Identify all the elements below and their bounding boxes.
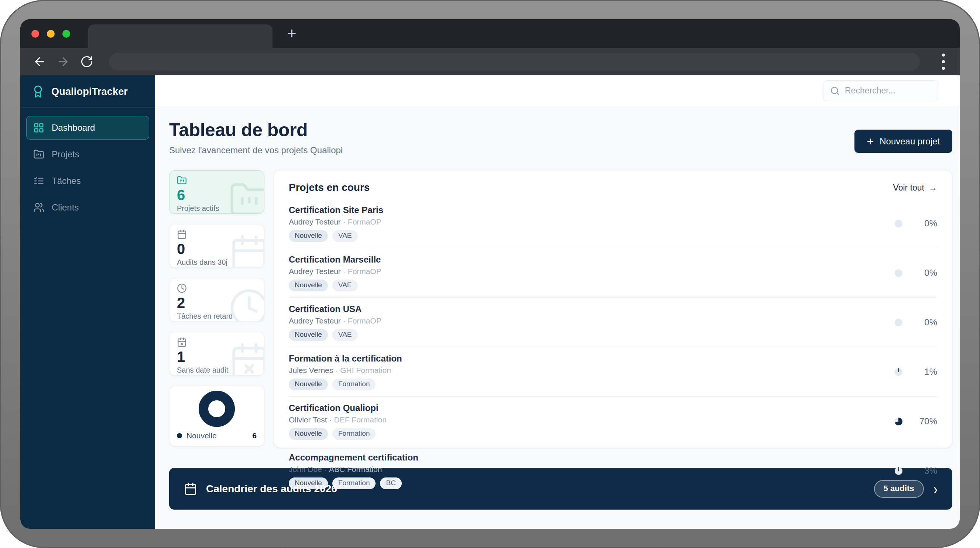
project-badges: NouvelleFormation xyxy=(289,428,387,440)
stat-card-projets-actifs[interactable]: 6 Projets actifs xyxy=(169,170,264,214)
progress-percent: 1% xyxy=(912,367,937,377)
app-page: QualiopiTracker Dashboard Projets Tâches xyxy=(20,75,960,529)
status-badge: Nouvelle xyxy=(289,428,328,440)
sidebar-item-projets[interactable]: Projets xyxy=(26,143,149,166)
reload-icon[interactable] xyxy=(80,55,94,68)
banner-right: 5 audits › xyxy=(874,480,937,498)
new-project-label: Nouveau projet xyxy=(880,136,940,147)
banner-title: Calendrier des audits 2026 xyxy=(206,483,337,495)
minimize-window-button[interactable] xyxy=(47,30,55,38)
legend-value: 6 xyxy=(252,431,257,440)
progress-percent: 70% xyxy=(912,416,937,427)
calendar-x-icon xyxy=(177,337,187,347)
project-title: Accompagnement certification xyxy=(289,452,418,463)
search-icon xyxy=(830,86,840,96)
project-owner-line: John Doe·ABC Formation xyxy=(289,465,418,474)
progress-percent: 0% xyxy=(912,317,937,328)
progress-pie xyxy=(895,368,902,376)
status-donut-card: Nouvelle 6 xyxy=(169,386,264,446)
stat-card-sans-date[interactable]: 1 Sans date audit xyxy=(169,332,264,376)
stat-card-taches-retard[interactable]: 2 Tâches en retard xyxy=(169,278,264,322)
new-project-button[interactable]: + Nouveau projet xyxy=(854,130,952,153)
url-bar[interactable] xyxy=(109,53,920,70)
progress-pie xyxy=(895,417,902,425)
browser-menu-icon[interactable] xyxy=(940,51,947,72)
search-box xyxy=(823,81,938,101)
project-row[interactable]: Certification Qualiopi Olivier Test·DEF … xyxy=(289,396,937,446)
type-badge: VAE xyxy=(332,280,358,292)
dashboard-grid-icon xyxy=(33,122,44,133)
folder-icon xyxy=(33,149,44,160)
sidebar-item-label: Clients xyxy=(52,202,79,213)
device-bezel: + QualiopiTracker Dashboard Projets xyxy=(0,0,980,548)
content: Tableau de bord Suivez l'avancement de v… xyxy=(155,106,960,529)
sidebar-item-label: Projets xyxy=(52,149,80,159)
sidebar: QualiopiTracker Dashboard Projets Tâches xyxy=(20,75,155,529)
project-owner-line: Audrey Testeur·FormaOP xyxy=(289,317,382,325)
view-all-label: Voir tout xyxy=(893,183,924,193)
sidebar-item-label: Dashboard xyxy=(52,123,95,133)
project-badges: NouvelleVAE xyxy=(289,230,383,242)
projects-panel: Projets en cours Voir tout → Certificati… xyxy=(274,170,952,448)
projects-panel-header: Projets en cours Voir tout → xyxy=(289,182,937,193)
calendar-x-watermark-icon xyxy=(229,341,264,376)
legend-label: Nouvelle xyxy=(186,431,217,440)
legend-dot xyxy=(177,433,182,438)
folder-watermark-icon xyxy=(229,180,264,214)
sidebar-item-clients[interactable]: Clients xyxy=(26,196,149,219)
window-controls xyxy=(32,19,70,48)
page-subtitle: Suivez l'avancement de vos projets Quali… xyxy=(169,145,343,156)
forward-icon[interactable] xyxy=(57,55,70,68)
app-logo: QualiopiTracker xyxy=(20,75,155,108)
progress-pie xyxy=(895,269,902,277)
close-window-button[interactable] xyxy=(32,30,39,38)
projects-list: Certification Site Paris Audrey Testeur·… xyxy=(289,199,937,495)
back-icon[interactable] xyxy=(33,55,46,68)
progress-percent: 0% xyxy=(912,268,937,278)
project-row[interactable]: Certification Site Paris Audrey Testeur·… xyxy=(289,199,937,248)
clock-icon xyxy=(177,283,187,293)
folder-icon xyxy=(177,175,187,185)
arrow-right-icon: → xyxy=(929,183,937,193)
project-row[interactable]: Formation à la certification Jules Verne… xyxy=(289,347,937,396)
browser-tab[interactable] xyxy=(88,24,272,48)
project-title: Certification Marseille xyxy=(289,255,382,265)
maximize-window-button[interactable] xyxy=(62,30,70,38)
project-row[interactable]: Certification Marseille Audrey Testeur·F… xyxy=(289,248,937,297)
view-all-link[interactable]: Voir tout → xyxy=(893,183,937,193)
browser-toolbar xyxy=(20,48,960,75)
type-badge: VAE xyxy=(332,230,358,242)
progress-percent: 3% xyxy=(912,466,937,476)
status-badge: Nouvelle xyxy=(289,230,328,242)
projects-title: Projets en cours xyxy=(289,182,370,193)
project-title: Certification Site Paris xyxy=(289,205,383,215)
new-tab-button[interactable]: + xyxy=(287,19,296,48)
status-badge: Nouvelle xyxy=(289,379,328,390)
sidebar-item-taches[interactable]: Tâches xyxy=(26,169,149,193)
chevron-right-icon: › xyxy=(934,481,937,497)
progress-percent: 0% xyxy=(912,218,937,229)
calendar-icon xyxy=(177,229,187,239)
main-area: Tableau de bord Suivez l'avancement de v… xyxy=(155,75,960,529)
status-donut-chart xyxy=(199,391,235,427)
project-owner-line: Olivier Test·DEF Formation xyxy=(289,416,387,424)
project-owner-line: Jules Vernes·GHI Formation xyxy=(289,366,402,375)
sidebar-item-dashboard[interactable]: Dashboard xyxy=(26,116,149,140)
browser-tab-strip: + xyxy=(20,19,960,48)
clients-users-icon xyxy=(33,202,44,213)
status-badge: Nouvelle xyxy=(289,329,328,341)
progress-pie xyxy=(895,467,902,475)
page-header: Tableau de bord Suivez l'avancement de v… xyxy=(169,119,952,156)
project-row[interactable]: Accompagnement certification John Doe·AB… xyxy=(289,446,937,495)
progress-pie xyxy=(895,220,902,228)
award-icon xyxy=(32,85,45,98)
project-title: Formation à la certification xyxy=(289,354,402,364)
project-title: Certification USA xyxy=(289,304,382,314)
project-row[interactable]: Certification USA Audrey Testeur·FormaOP… xyxy=(289,297,937,347)
search-input[interactable] xyxy=(845,86,931,96)
page-title: Tableau de bord xyxy=(169,119,343,141)
calendar-icon xyxy=(184,482,197,495)
tasks-checklist-icon xyxy=(33,175,44,186)
type-badge: Formation xyxy=(332,379,376,390)
stat-card-audits-30j[interactable]: 0 Audits dans 30j xyxy=(169,224,264,268)
